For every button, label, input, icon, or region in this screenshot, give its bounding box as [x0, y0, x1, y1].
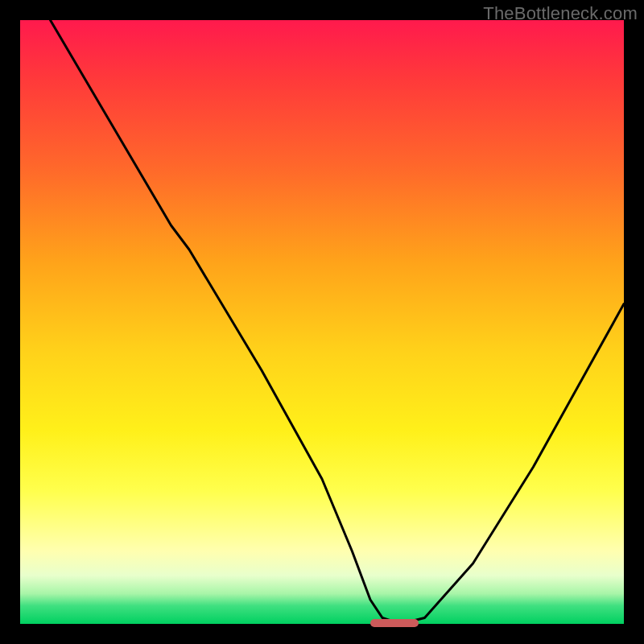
bottleneck-curve [20, 20, 624, 624]
plot-area [20, 20, 624, 624]
chart-container: TheBottleneck.com [0, 0, 644, 644]
optimal-range-marker [370, 619, 419, 627]
watermark-text: TheBottleneck.com [483, 3, 638, 24]
